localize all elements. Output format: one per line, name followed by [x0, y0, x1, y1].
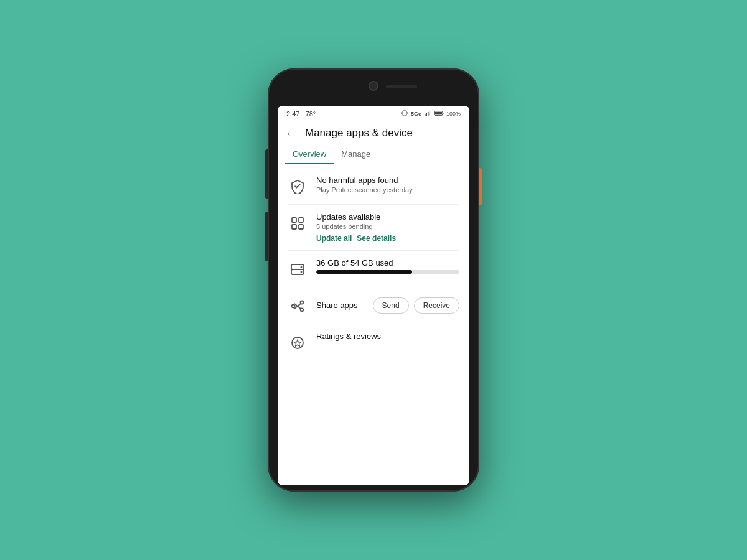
- svg-rect-4: [426, 113, 427, 116]
- svg-rect-3: [425, 114, 426, 116]
- phone-camera-icon: [370, 82, 377, 90]
- share-icon: [288, 296, 308, 316]
- storage-progress-container: [316, 270, 459, 274]
- app-content: ← Manage apps & device Overview Manage: [278, 121, 469, 485]
- share-buttons: Send Receive: [373, 297, 459, 314]
- progress-bar-background: [316, 270, 459, 274]
- tab-manage[interactable]: Manage: [334, 144, 378, 164]
- phone-outer: 2:47 78° 5Ge: [268, 68, 479, 492]
- grid-icon: [288, 213, 308, 233]
- updates-content: Updates available 5 updates pending Upda…: [316, 212, 459, 243]
- phone-wrapper: 2:47 78° 5Ge: [268, 68, 479, 492]
- storage-title: 36 GB of 54 GB used: [316, 258, 459, 268]
- star-icon: [288, 333, 308, 353]
- svg-rect-13: [292, 225, 296, 229]
- tab-overview[interactable]: Overview: [285, 144, 334, 164]
- see-details-link[interactable]: See details: [357, 234, 396, 243]
- svg-marker-23: [294, 340, 301, 347]
- updates-title: Updates available: [316, 212, 459, 222]
- send-button[interactable]: Send: [373, 297, 409, 314]
- content-list: No harmful apps found Play Protect scann…: [278, 164, 469, 485]
- share-apps-title: Share apps: [316, 301, 358, 310]
- status-time: 2:47 78°: [286, 110, 316, 118]
- list-item-share-apps: Share apps Send Receive: [278, 287, 469, 324]
- phone-speaker: [386, 85, 417, 88]
- tabs-container: Overview Manage: [278, 144, 469, 164]
- play-protect-title: No harmful apps found: [316, 175, 459, 185]
- phone-screen: 2:47 78° 5Ge: [278, 106, 469, 485]
- svg-point-18: [301, 271, 303, 273]
- play-protect-subtitle: Play Protect scanned yesterday: [316, 186, 459, 194]
- page-title: Manage apps & device: [305, 127, 413, 139]
- ratings-content: Ratings & reviews: [316, 332, 459, 342]
- svg-rect-14: [299, 225, 303, 229]
- svg-rect-0: [403, 111, 406, 116]
- svg-rect-6: [429, 111, 430, 116]
- status-right: 5Ge: [401, 110, 461, 118]
- svg-rect-12: [299, 218, 303, 222]
- svg-point-20: [301, 301, 304, 304]
- svg-rect-11: [292, 218, 296, 222]
- update-all-link[interactable]: Update all: [316, 234, 352, 243]
- battery-icon: [434, 110, 444, 118]
- list-item-storage: 36 GB of 54 GB used: [278, 251, 469, 287]
- list-item-ratings: Ratings & reviews: [278, 324, 469, 360]
- play-protect-content: No harmful apps found Play Protect scann…: [316, 175, 459, 194]
- battery-percent: 100%: [446, 111, 461, 117]
- list-item-updates: Updates available 5 updates pending Upda…: [278, 205, 469, 250]
- storage-icon: [288, 259, 308, 279]
- svg-rect-5: [428, 112, 429, 116]
- top-bar: ← Manage apps & device: [278, 121, 469, 144]
- svg-point-21: [301, 309, 304, 312]
- svg-point-17: [301, 266, 303, 268]
- svg-rect-8: [435, 112, 442, 115]
- updates-subtitle: 5 updates pending: [316, 223, 459, 230]
- progress-bar-fill: [316, 270, 412, 274]
- phone-top-bar: [268, 68, 479, 106]
- status-bar: 2:47 78° 5Ge: [278, 106, 469, 121]
- vibrate-icon: [401, 110, 408, 118]
- network-label: 5Ge: [411, 111, 421, 117]
- ratings-title: Ratings & reviews: [316, 332, 459, 341]
- svg-rect-9: [443, 113, 443, 114]
- signal-icon: [424, 110, 431, 118]
- svg-marker-10: [294, 184, 301, 189]
- storage-content: 36 GB of 54 GB used: [316, 258, 459, 274]
- back-button[interactable]: ←: [285, 127, 298, 139]
- receive-button[interactable]: Receive: [414, 297, 459, 314]
- shield-icon: [288, 177, 308, 197]
- updates-actions: Update all See details: [316, 234, 459, 243]
- list-item-play-protect: No harmful apps found Play Protect scann…: [278, 168, 469, 204]
- svg-point-19: [292, 305, 295, 308]
